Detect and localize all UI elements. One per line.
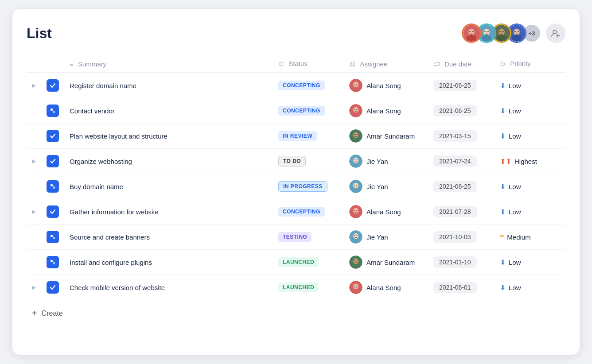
svg-point-3 — [469, 31, 471, 32]
assignee-avatar — [349, 230, 362, 244]
assignee-name: Alana Song — [366, 107, 401, 115]
svg-point-31 — [353, 107, 358, 113]
due-date-cell: 2021-06-01 — [428, 275, 495, 300]
priority-icon-header: ⊙ — [500, 60, 506, 67]
table-row[interactable]: ▶ Organize webhostingTO DO Jie Yan 2021-… — [27, 149, 565, 174]
col-assignee: @ Assignee — [344, 55, 428, 73]
svg-point-43 — [354, 159, 355, 160]
due-date-badge: 2021-01-10 — [433, 256, 477, 268]
row-icon-cell — [41, 174, 64, 199]
due-date-cell: 2021-03-15 — [428, 124, 495, 149]
table-row[interactable]: Contact vendorCONCEPTING Alana Song 2021… — [27, 98, 565, 124]
col-priority: ⊙ Priority — [495, 55, 565, 73]
assignee-avatar — [349, 79, 362, 92]
svg-point-24 — [353, 82, 358, 88]
priority-label: Low — [509, 183, 521, 190]
create-label: Create — [42, 310, 63, 318]
svg-rect-65 — [53, 262, 55, 264]
table-row[interactable]: ▶ Register domain nameCONCEPTING Alana S… — [27, 73, 565, 98]
row-expand[interactable]: ▶ — [27, 149, 41, 174]
row-icon-cell — [41, 73, 64, 98]
assignee-cell: Jie Yan — [344, 174, 428, 199]
col-status-label: Status — [288, 60, 308, 67]
row-expand[interactable]: ▶ — [27, 199, 41, 225]
avatar-1[interactable] — [462, 23, 481, 43]
status-cell: TO DO — [273, 149, 344, 174]
priority-label: Low — [509, 132, 521, 140]
priority-highest-icon: ⬆⬆ — [500, 157, 511, 166]
due-date-cell: 2021-06-25 — [428, 73, 495, 98]
svg-point-9 — [487, 31, 489, 32]
due-date-icon: 🏷 — [433, 60, 440, 68]
table-row[interactable]: Source and create bannersTESTING Jie Yan… — [27, 225, 565, 250]
status-badge: CONCEPTING — [278, 106, 325, 116]
table-row[interactable]: ▶ Gather information for websiteCONCEPTI… — [27, 199, 565, 225]
svg-rect-46 — [53, 186, 55, 189]
priority-label: Low — [509, 259, 521, 266]
priority-cell: ≡ Medium — [495, 225, 565, 250]
due-date-badge: 2021-06-01 — [433, 282, 477, 293]
svg-point-41 — [353, 158, 358, 163]
row-expand[interactable]: ▶ — [27, 275, 41, 300]
due-date-badge: 2021-06-25 — [433, 181, 477, 192]
table-row[interactable]: Buy domain nameIN PROGRESS Jie Yan 2021-… — [27, 174, 565, 199]
priority-label: Low — [509, 208, 521, 216]
status-badge: TESTING — [278, 232, 312, 242]
create-row[interactable]: + Create — [27, 300, 565, 318]
priority-cell: ⬇ Low — [495, 275, 565, 300]
row-icon-cell — [41, 225, 64, 250]
row-icon-cell — [41, 98, 64, 124]
due-date-cell: 2021-07-28 — [428, 199, 495, 225]
task-name-cell: Organize webhosting — [64, 149, 273, 174]
svg-point-63 — [357, 235, 358, 236]
table-row[interactable]: ▶ Check mobile version of websiteLAUNCHE… — [27, 275, 565, 300]
task-name: Buy domain name — [70, 183, 123, 190]
task-name-cell: Source and create banners — [64, 225, 273, 250]
due-date-badge: 2021-07-28 — [433, 206, 477, 217]
assignee-avatar — [349, 256, 362, 269]
assignee-cell: Alana Song — [344, 275, 428, 300]
svg-point-13 — [499, 31, 501, 32]
svg-point-56 — [357, 210, 358, 211]
task-name-cell: Check mobile version of website — [64, 275, 273, 300]
priority-low-icon: ⬇ — [500, 132, 506, 140]
table-row[interactable]: Plan website layout and structureIN REVI… — [27, 124, 565, 149]
priority-label: Low — [509, 82, 521, 89]
status-cell: CONCEPTING — [273, 98, 344, 124]
row-expand[interactable]: ▶ — [27, 73, 41, 98]
due-date-badge: 2021-03-15 — [433, 130, 477, 142]
main-card: List — [12, 9, 580, 355]
task-name-cell: Install and configure plugins — [64, 250, 273, 275]
task-name-cell: Gather information for website — [64, 199, 273, 225]
priority-label: Medium — [507, 233, 530, 241]
assignee-name: Alana Song — [366, 284, 401, 291]
svg-rect-29 — [53, 111, 55, 113]
svg-point-60 — [353, 233, 358, 239]
priority-cell: ⬇ Low — [495, 124, 565, 149]
status-badge: CONCEPTING — [278, 81, 325, 90]
svg-rect-28 — [51, 108, 53, 111]
col-due-date: 🏷 Due date — [428, 55, 495, 73]
create-plus-icon: + — [32, 308, 37, 318]
table-row[interactable]: Install and configure pluginsLAUNCHED Am… — [27, 250, 565, 275]
svg-point-34 — [357, 109, 358, 110]
add-member-button[interactable] — [546, 23, 565, 43]
task-name: Contact vendor — [70, 107, 115, 115]
svg-point-74 — [354, 286, 355, 287]
assignee-name: Amar Sundaram — [366, 259, 415, 266]
assignee-cell: Alana Song — [344, 98, 428, 124]
priority-label: Highest — [514, 158, 537, 165]
svg-point-20 — [553, 30, 557, 34]
svg-rect-64 — [51, 260, 53, 262]
priority-label: Low — [509, 284, 521, 291]
priority-low-icon: ⬇ — [500, 107, 506, 115]
due-date-cell: 2021-01-10 — [428, 250, 495, 275]
assignee-cell: Amar Sundaram — [344, 250, 428, 275]
header-right: +3 — [462, 23, 565, 43]
due-date-badge: 2021-10-03 — [433, 231, 477, 243]
assignee-avatar — [349, 155, 362, 168]
task-icon-sub — [47, 180, 59, 193]
task-icon-check — [47, 130, 59, 142]
task-icon-check — [47, 155, 59, 167]
task-icon-check — [47, 281, 59, 294]
